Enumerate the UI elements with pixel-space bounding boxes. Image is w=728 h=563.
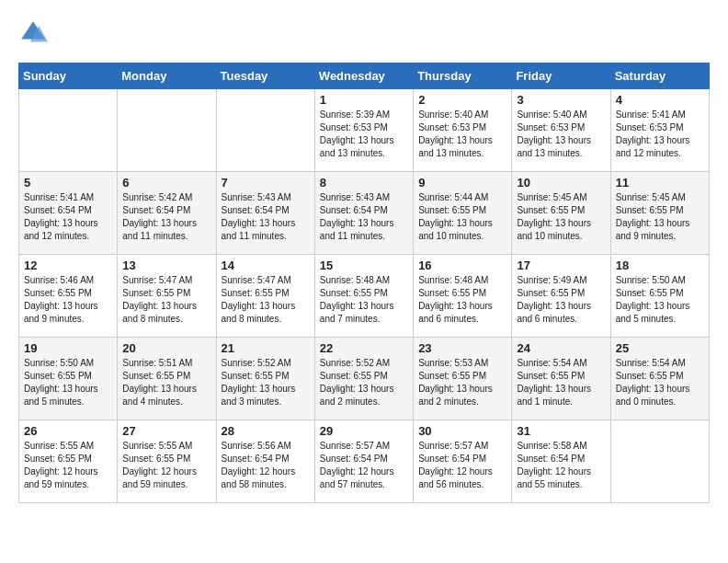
day-number: 6 — [122, 176, 210, 190]
day-info: Sunrise: 5:43 AM Sunset: 6:54 PM Dayligh… — [222, 191, 310, 243]
col-header-tuesday: Tuesday — [216, 63, 314, 89]
week-row-4: 19Sunrise: 5:50 AM Sunset: 6:55 PM Dayli… — [19, 338, 710, 420]
day-info: Sunrise: 5:55 AM Sunset: 6:55 PM Dayligh… — [122, 440, 210, 491]
day-number: 25 — [616, 341, 704, 355]
day-cell: 28Sunrise: 5:56 AM Sunset: 6:54 PM Dayli… — [216, 420, 314, 503]
day-info: Sunrise: 5:49 AM Sunset: 6:55 PM Dayligh… — [517, 274, 605, 326]
col-header-friday: Friday — [512, 63, 610, 89]
day-info: Sunrise: 5:50 AM Sunset: 6:55 PM Dayligh… — [616, 274, 704, 326]
day-cell: 17Sunrise: 5:49 AM Sunset: 6:55 PM Dayli… — [512, 255, 610, 338]
day-number: 20 — [122, 341, 210, 355]
day-info: Sunrise: 5:55 AM Sunset: 6:55 PM Dayligh… — [24, 440, 112, 491]
day-cell: 23Sunrise: 5:53 AM Sunset: 6:55 PM Dayli… — [414, 338, 512, 420]
day-cell: 29Sunrise: 5:57 AM Sunset: 6:54 PM Dayli… — [314, 420, 413, 503]
day-info: Sunrise: 5:56 AM Sunset: 6:54 PM Dayligh… — [222, 440, 310, 491]
day-cell: 3Sunrise: 5:40 AM Sunset: 6:53 PM Daylig… — [512, 89, 610, 172]
day-info: Sunrise: 5:41 AM Sunset: 6:53 PM Dayligh… — [616, 109, 704, 160]
day-cell: 6Sunrise: 5:42 AM Sunset: 6:54 PM Daylig… — [118, 172, 216, 255]
day-cell: 20Sunrise: 5:51 AM Sunset: 6:55 PM Dayli… — [118, 338, 216, 420]
col-header-thursday: Thursday — [414, 63, 512, 89]
day-number: 16 — [418, 259, 506, 272]
week-row-2: 5Sunrise: 5:41 AM Sunset: 6:54 PM Daylig… — [19, 172, 710, 255]
calendar-table: SundayMondayTuesdayWednesdayThursdayFrid… — [18, 63, 710, 503]
day-cell: 25Sunrise: 5:54 AM Sunset: 6:55 PM Dayli… — [610, 338, 709, 420]
day-number: 3 — [517, 93, 605, 107]
day-info: Sunrise: 5:40 AM Sunset: 6:53 PM Dayligh… — [418, 109, 506, 160]
day-cell: 9Sunrise: 5:44 AM Sunset: 6:55 PM Daylig… — [414, 172, 512, 255]
day-cell: 24Sunrise: 5:54 AM Sunset: 6:55 PM Dayli… — [512, 338, 610, 420]
day-number: 31 — [517, 424, 605, 438]
day-info: Sunrise: 5:54 AM Sunset: 6:55 PM Dayligh… — [616, 357, 704, 408]
day-cell: 2Sunrise: 5:40 AM Sunset: 6:53 PM Daylig… — [414, 89, 512, 172]
day-info: Sunrise: 5:51 AM Sunset: 6:55 PM Dayligh… — [122, 357, 210, 408]
col-header-monday: Monday — [118, 63, 216, 89]
day-cell: 7Sunrise: 5:43 AM Sunset: 6:54 PM Daylig… — [216, 172, 314, 255]
day-info: Sunrise: 5:57 AM Sunset: 6:54 PM Dayligh… — [320, 440, 408, 491]
day-info: Sunrise: 5:46 AM Sunset: 6:55 PM Dayligh… — [24, 274, 112, 326]
day-number: 18 — [616, 259, 704, 272]
day-cell: 27Sunrise: 5:55 AM Sunset: 6:55 PM Dayli… — [118, 420, 216, 503]
day-info: Sunrise: 5:53 AM Sunset: 6:55 PM Dayligh… — [418, 357, 506, 408]
day-number: 5 — [24, 176, 112, 190]
day-number: 13 — [122, 259, 210, 272]
day-info: Sunrise: 5:47 AM Sunset: 6:55 PM Dayligh… — [122, 274, 210, 326]
day-number: 9 — [418, 176, 506, 190]
day-cell: 8Sunrise: 5:43 AM Sunset: 6:54 PM Daylig… — [314, 172, 413, 255]
day-info: Sunrise: 5:43 AM Sunset: 6:54 PM Dayligh… — [320, 191, 408, 243]
day-info: Sunrise: 5:48 AM Sunset: 6:55 PM Dayligh… — [418, 274, 506, 326]
header-row: SundayMondayTuesdayWednesdayThursdayFrid… — [19, 63, 710, 89]
day-number: 24 — [517, 341, 605, 355]
day-cell: 4Sunrise: 5:41 AM Sunset: 6:53 PM Daylig… — [610, 89, 709, 172]
day-number: 23 — [418, 341, 506, 355]
day-cell: 10Sunrise: 5:45 AM Sunset: 6:55 PM Dayli… — [512, 172, 610, 255]
day-cell — [118, 89, 216, 172]
col-header-saturday: Saturday — [610, 63, 709, 89]
day-info: Sunrise: 5:50 AM Sunset: 6:55 PM Dayligh… — [24, 357, 112, 408]
week-row-1: 1Sunrise: 5:39 AM Sunset: 6:53 PM Daylig… — [19, 89, 710, 172]
day-info: Sunrise: 5:40 AM Sunset: 6:53 PM Dayligh… — [517, 109, 605, 160]
day-number: 14 — [222, 259, 310, 272]
day-cell: 13Sunrise: 5:47 AM Sunset: 6:55 PM Dayli… — [118, 255, 216, 338]
week-row-5: 26Sunrise: 5:55 AM Sunset: 6:55 PM Dayli… — [19, 420, 710, 503]
day-cell: 30Sunrise: 5:57 AM Sunset: 6:54 PM Dayli… — [414, 420, 512, 503]
day-cell: 22Sunrise: 5:52 AM Sunset: 6:55 PM Dayli… — [314, 338, 413, 420]
logo — [18, 18, 51, 48]
day-cell: 21Sunrise: 5:52 AM Sunset: 6:55 PM Dayli… — [216, 338, 314, 420]
day-number: 15 — [320, 259, 408, 272]
day-number: 1 — [320, 93, 408, 107]
col-header-sunday: Sunday — [19, 63, 118, 89]
day-cell: 26Sunrise: 5:55 AM Sunset: 6:55 PM Dayli… — [19, 420, 118, 503]
page-header — [18, 18, 710, 48]
day-info: Sunrise: 5:48 AM Sunset: 6:55 PM Dayligh… — [320, 274, 408, 326]
day-cell — [19, 89, 118, 172]
day-number: 2 — [418, 93, 506, 107]
day-info: Sunrise: 5:47 AM Sunset: 6:55 PM Dayligh… — [222, 274, 310, 326]
day-number: 27 — [122, 424, 210, 438]
day-cell: 12Sunrise: 5:46 AM Sunset: 6:55 PM Dayli… — [19, 255, 118, 338]
day-info: Sunrise: 5:57 AM Sunset: 6:54 PM Dayligh… — [418, 440, 506, 491]
day-cell: 14Sunrise: 5:47 AM Sunset: 6:55 PM Dayli… — [216, 255, 314, 338]
day-number: 4 — [616, 93, 704, 107]
day-number: 26 — [24, 424, 112, 438]
day-cell — [216, 89, 314, 172]
day-cell: 18Sunrise: 5:50 AM Sunset: 6:55 PM Dayli… — [610, 255, 709, 338]
day-info: Sunrise: 5:42 AM Sunset: 6:54 PM Dayligh… — [122, 191, 210, 243]
day-number: 11 — [616, 176, 704, 190]
day-number: 19 — [24, 341, 112, 355]
logo-icon — [18, 18, 48, 48]
day-number: 28 — [222, 424, 310, 438]
day-info: Sunrise: 5:45 AM Sunset: 6:55 PM Dayligh… — [616, 191, 704, 243]
day-number: 10 — [517, 176, 605, 190]
day-number: 7 — [222, 176, 310, 190]
day-cell — [610, 420, 709, 503]
day-info: Sunrise: 5:58 AM Sunset: 6:54 PM Dayligh… — [517, 440, 605, 491]
col-header-wednesday: Wednesday — [314, 63, 413, 89]
day-number: 12 — [24, 259, 112, 272]
week-row-3: 12Sunrise: 5:46 AM Sunset: 6:55 PM Dayli… — [19, 255, 710, 338]
day-info: Sunrise: 5:41 AM Sunset: 6:54 PM Dayligh… — [24, 191, 112, 243]
day-number: 22 — [320, 341, 408, 355]
day-cell: 5Sunrise: 5:41 AM Sunset: 6:54 PM Daylig… — [19, 172, 118, 255]
day-cell: 19Sunrise: 5:50 AM Sunset: 6:55 PM Dayli… — [19, 338, 118, 420]
day-cell: 11Sunrise: 5:45 AM Sunset: 6:55 PM Dayli… — [610, 172, 709, 255]
day-number: 30 — [418, 424, 506, 438]
